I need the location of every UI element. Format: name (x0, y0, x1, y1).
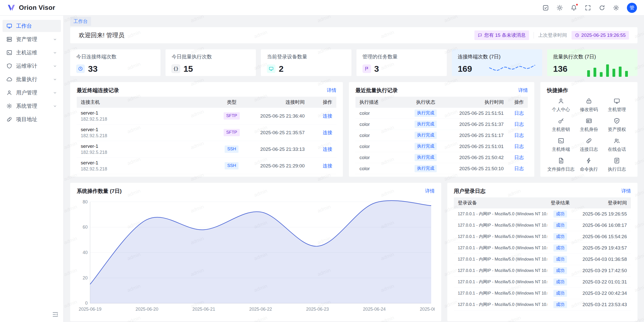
connect-link[interactable]: 连接 (323, 113, 332, 119)
sidebar-item-user-mgmt[interactable]: 用户管理 (3, 87, 61, 99)
status-badge: 执行完成 (415, 121, 437, 128)
collapse-sidebar-button[interactable] (52, 311, 59, 318)
breadcrumb-item-workbench[interactable]: 工作台 (70, 17, 91, 26)
stat-value: 2 (279, 64, 284, 74)
shield-icon (6, 63, 12, 69)
quick-action-exec-log[interactable]: 执行日志 (603, 157, 631, 172)
quick-action-file-operation-log[interactable]: 文件操作日志 (547, 157, 575, 172)
gear-icon[interactable] (613, 5, 619, 11)
apps-icon[interactable] (542, 5, 549, 11)
exec-time: 2025-06-25 21:51:51 (446, 111, 504, 116)
connect-link[interactable]: 连接 (323, 147, 332, 152)
table-header: 连接主机 类型 连接时间 操作 (77, 97, 336, 108)
result-badge: 成功 (553, 233, 567, 240)
quick-action-host-terminal[interactable]: 主机终端 (547, 137, 575, 152)
document-icon (614, 157, 620, 164)
shield-check-icon (614, 118, 620, 124)
login-time: 2025-06-06 16:08:17 (573, 223, 627, 228)
user-avatar[interactable]: 管 (627, 3, 637, 13)
sidebar-item-audit[interactable]: 运维审计 (3, 60, 61, 72)
bottom-row: 系统操作数量 (7日) 详情 0204060802025-06-192025-0… (70, 183, 637, 321)
result-badge: 成功 (553, 278, 567, 285)
log-link[interactable]: 日志 (514, 133, 524, 138)
log-link[interactable]: 日志 (514, 144, 524, 149)
stat-label: 管理的任务数量 (363, 53, 441, 60)
login-device: 127.0.0.1 - 内网IP - Mozilla/5.0 (Windows … (458, 245, 548, 251)
stat-label: 今日连接终端次数 (76, 53, 154, 60)
quick-action-host-identity[interactable]: 主机身份 (575, 118, 603, 132)
monitor-icon (267, 64, 275, 73)
login-time: 2025-03-29 17:42:50 (573, 268, 627, 273)
quick-action-label: 执行日志 (608, 166, 626, 172)
quick-action-label: 个人中心 (552, 106, 570, 113)
login-device: 127.0.0.1 - 内网IP - Mozilla/5.0 (Windows … (458, 302, 548, 307)
login-device: 127.0.0.1 - 内网IP - Mozilla/5.0 (Windows … (458, 234, 548, 239)
stat-label: 批量执行次数 (7日) (553, 53, 631, 60)
theme-sun-icon[interactable] (556, 5, 563, 11)
exec-description: color (359, 111, 406, 116)
quick-action-asset-authorization[interactable]: 资产授权 (603, 118, 631, 132)
quick-action-host-management[interactable]: 主机管理 (603, 98, 631, 113)
exec-time: 2025-06-25 21:51:17 (446, 133, 504, 138)
fullscreen-icon[interactable] (585, 5, 591, 11)
quick-action-personal-center[interactable]: 个人中心 (547, 98, 575, 113)
panel-title: 最近终端连接记录 (77, 87, 119, 94)
type-badge: SSH (225, 146, 238, 153)
notifications-bell-icon[interactable] (571, 5, 577, 11)
quick-action-label: 主机身份 (580, 126, 598, 132)
status-badge: 执行完成 (415, 154, 437, 161)
table-row: 127.0.0.1 - 内网IP - Mozilla/5.0 (Windows … (454, 220, 631, 231)
stat-value: 3 (374, 64, 379, 74)
sidebar-item-batch-exec[interactable]: 批量执行 (3, 73, 61, 85)
quick-action-change-password[interactable]: 修改密码 (575, 98, 603, 113)
quick-action-online-sessions[interactable]: 在线会话 (603, 137, 631, 152)
sidebar-item-assets[interactable]: 资产管理 (3, 33, 61, 45)
chart-detail-link[interactable]: 详情 (425, 188, 435, 194)
log-link[interactable]: 日志 (514, 155, 524, 160)
connect-link[interactable]: 连接 (323, 163, 332, 168)
svg-text:2025-06-24: 2025-06-24 (363, 307, 386, 312)
connect-link[interactable]: 连接 (323, 130, 332, 135)
refresh-icon[interactable] (599, 5, 605, 11)
quick-action-command-exec[interactable]: 命令执行 (575, 157, 603, 172)
sidebar-item-host-ops[interactable]: 主机运维 (3, 47, 61, 59)
last-login-time: 2025-06-25 19:26:55 (581, 32, 626, 38)
last-login-label: 上次登录时间 (538, 32, 567, 39)
table-row: 127.0.0.1 - 内网IP - Mozilla/5.0 (Windows … (454, 242, 631, 254)
log-link[interactable]: 日志 (514, 111, 524, 116)
host-name: server-1 (81, 127, 217, 132)
sidebar-item-system-mgmt[interactable]: 系统管理 (3, 100, 61, 112)
connection-time: 2025-06-25 21:33:13 (247, 147, 305, 152)
unread-messages-badge[interactable]: 您有 15 条未读消息 (474, 30, 529, 40)
svg-text:40: 40 (83, 250, 88, 255)
quick-action-connection-log[interactable]: 连接日志 (575, 137, 603, 152)
stat-card-terminal-7d: 连接终端次数 (7日) 169 (452, 49, 542, 76)
terminal-detail-link[interactable]: 详情 (327, 87, 336, 94)
log-link[interactable]: 日志 (514, 166, 524, 171)
sidebar-item-label: 批量执行 (16, 76, 49, 83)
quick-actions-grid: 个人中心 修改密码 主机管理 主机密钥 主机身份 (547, 98, 631, 172)
batch-detail-link[interactable]: 详情 (518, 87, 528, 94)
braces-icon (172, 64, 180, 73)
topbar: Orion Visor 管 (0, 0, 644, 16)
table-row: 127.0.0.1 - 内网IP - Mozilla/5.0 (Windows … (454, 265, 631, 276)
stat-label: 连接终端次数 (7日) (458, 53, 536, 60)
host-ip: 182.92.5.218 (81, 133, 217, 138)
quick-action-host-key[interactable]: 主机密钥 (547, 118, 575, 132)
system-operations-area-chart: 0204060802025-06-192025-06-202025-06-212… (77, 197, 435, 314)
table-row: color 执行完成 2025-06-25 21:50:42 日志 (355, 152, 528, 163)
login-detail-link[interactable]: 详情 (621, 188, 631, 194)
chevron-down-icon (53, 64, 57, 68)
monitor-icon (6, 23, 12, 29)
chevron-down-icon (53, 51, 57, 55)
result-badge: 成功 (553, 222, 567, 229)
type-badge: SFTP (224, 112, 239, 119)
sidebar-item-project-url[interactable]: 项目地址 (3, 113, 61, 125)
quick-action-label: 在线会话 (608, 146, 626, 152)
log-link[interactable]: 日志 (514, 122, 524, 127)
login-device: 127.0.0.1 - 内网IP - Mozilla/5.0 (Windows … (458, 279, 548, 285)
lock-icon (586, 98, 592, 104)
type-badge: SSH (225, 162, 238, 169)
user-icon (558, 98, 564, 104)
sidebar-item-workbench[interactable]: 工作台 (3, 20, 61, 32)
